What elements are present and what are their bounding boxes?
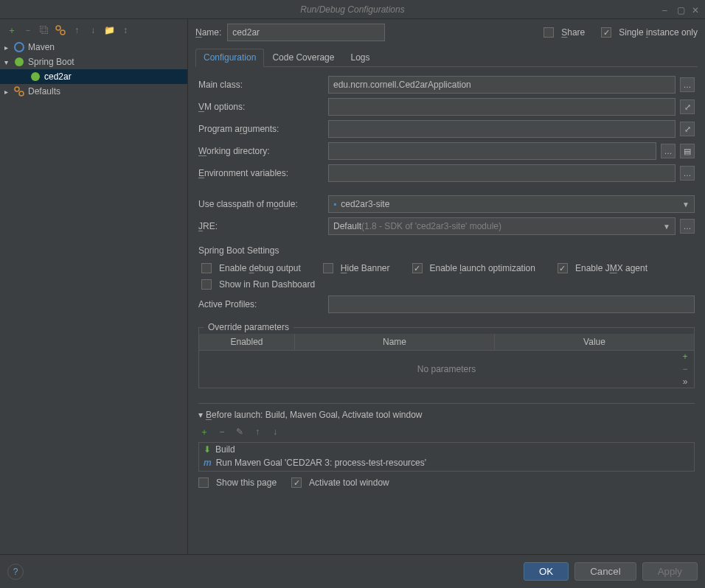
close-icon[interactable]: ✕ — [692, 5, 701, 14]
maven-icon — [13, 41, 25, 53]
active-profiles-input[interactable] — [328, 295, 695, 313]
tree-label: Spring Boot — [28, 57, 74, 67]
cancel-button[interactable]: Cancel — [574, 562, 636, 581]
tab-logs[interactable]: Logs — [342, 49, 378, 66]
remove-param-icon[interactable]: − — [676, 363, 694, 376]
hide-banner-checkbox[interactable]: Hide Banner — [323, 263, 390, 273]
folder-icon[interactable]: 📁 — [103, 24, 115, 36]
expand-icon: ▸ — [4, 43, 13, 52]
env-vars-label: Environment variables: — [198, 168, 324, 178]
jmx-checkbox[interactable]: Enable JMX agent — [558, 263, 647, 273]
expand-input-icon[interactable]: ⤢ — [680, 99, 695, 114]
chevron-down-icon: ▼ — [663, 223, 670, 231]
main-class-input[interactable] — [328, 76, 676, 94]
tree-item-ced2ar[interactable]: ced2ar — [0, 69, 187, 84]
single-instance-checkbox[interactable]: Single instance only — [601, 27, 698, 38]
working-dir-input[interactable] — [328, 142, 656, 160]
svg-point-6 — [19, 91, 24, 96]
browse-icon[interactable]: … — [661, 144, 676, 158]
program-args-label: Program arguments: — [198, 124, 324, 134]
config-tree: ＋ － ⿻ ↑ ↓ 📁 ↕ ▸ Maven ▾ Spring Boot — [0, 19, 188, 554]
maven-icon: m — [204, 458, 212, 468]
active-profiles-label: Active Profiles: — [198, 299, 324, 309]
move-down-icon[interactable]: ↓ — [87, 24, 99, 36]
col-name[interactable]: Name — [295, 334, 495, 350]
program-args-input[interactable] — [328, 120, 676, 138]
share-checkbox[interactable]: Share — [543, 27, 585, 38]
tree-label: Maven — [28, 42, 55, 52]
titlebar: Run/Debug Configurations – ▢ ✕ — [0, 0, 705, 19]
dashboard-checkbox[interactable]: Show in Run Dashboard — [201, 279, 315, 290]
activate-window-checkbox[interactable]: Activate tool window — [291, 477, 389, 488]
classpath-label: Use classpath of module: — [198, 199, 324, 209]
override-legend: Override parameters — [204, 321, 294, 334]
main-class-label: Main class: — [198, 80, 324, 90]
tree-item-springboot[interactable]: ▾ Spring Boot — [0, 55, 187, 69]
show-page-checkbox[interactable]: Show this page — [198, 477, 277, 488]
insert-macro-icon[interactable]: ▤ — [680, 144, 695, 158]
override-params-fieldset: Override parameters Enabled Name Value N… — [198, 321, 695, 388]
col-value[interactable]: Value — [495, 334, 694, 350]
before-launch-header[interactable]: ▾ Before launch: Build, Maven Goal, Acti… — [198, 410, 695, 420]
add-param-icon[interactable]: + — [676, 351, 694, 363]
window-title: Run/Debug Configurations — [300, 4, 404, 15]
list-item[interactable]: m Run Maven Goal 'CED2AR 3: process-test… — [199, 456, 694, 469]
remove-task-icon[interactable]: − — [216, 426, 228, 438]
move-up-icon[interactable]: ↑ — [251, 426, 263, 438]
save-config-icon[interactable] — [55, 24, 66, 36]
name-input[interactable] — [227, 24, 384, 41]
minimize-icon[interactable]: – — [662, 5, 671, 14]
env-vars-input[interactable] — [328, 164, 676, 182]
vm-options-input[interactable] — [328, 98, 676, 116]
svg-point-3 — [15, 57, 24, 66]
svg-point-1 — [60, 30, 65, 35]
help-icon[interactable]: ? — [7, 564, 24, 580]
empty-params-label: No parameters — [417, 364, 476, 374]
chevron-down-icon: ▼ — [682, 200, 690, 209]
browse-icon[interactable]: … — [680, 219, 695, 234]
build-icon: ⬇ — [204, 444, 211, 455]
copy-config-icon[interactable]: ⿻ — [38, 24, 50, 36]
svg-point-5 — [15, 87, 19, 91]
svg-point-0 — [56, 26, 60, 30]
working-dir-label: Working directory: — [198, 146, 324, 156]
collapse-icon: ▾ — [4, 58, 13, 66]
apply-button[interactable]: Apply — [642, 562, 698, 581]
add-config-icon[interactable]: ＋ — [6, 24, 18, 36]
expand-input-icon[interactable]: ⤢ — [680, 122, 695, 136]
filter-icon[interactable]: ↕ — [119, 24, 131, 36]
edit-task-icon[interactable]: ✎ — [234, 426, 246, 438]
debug-output-checkbox[interactable]: Enable debug output — [201, 263, 301, 273]
more-param-icon[interactable]: » — [676, 375, 694, 388]
jre-label: JRE: — [198, 221, 324, 231]
tab-code-coverage[interactable]: Code Coverage — [264, 49, 342, 66]
springboot-icon — [29, 71, 41, 83]
classpath-select[interactable]: ▪ ced2ar3-site ▼ — [328, 195, 695, 213]
browse-icon[interactable]: … — [680, 166, 695, 181]
svg-point-4 — [31, 72, 40, 81]
tree-item-defaults[interactable]: ▸ Defaults — [0, 84, 187, 99]
remove-config-icon[interactable]: － — [22, 24, 34, 36]
browse-icon[interactable]: … — [680, 77, 695, 92]
move-up-icon[interactable]: ↑ — [71, 24, 83, 36]
ok-button[interactable]: OK — [524, 562, 569, 581]
maximize-icon[interactable]: ▢ — [677, 5, 686, 14]
list-item[interactable]: ⬇ Build — [199, 443, 694, 456]
name-label: Name: — [195, 27, 221, 38]
springboot-icon — [13, 56, 25, 68]
tab-configuration[interactable]: Configuration — [195, 49, 264, 67]
tree-label: Defaults — [28, 86, 60, 97]
launch-opt-checkbox[interactable]: Enable launch optimization — [412, 263, 535, 273]
tree-item-maven[interactable]: ▸ Maven — [0, 40, 187, 55]
jre-select[interactable]: Default (1.8 - SDK of 'ced2ar3-site' mod… — [328, 217, 676, 235]
defaults-icon — [13, 85, 25, 97]
tabs: Configuration Code Coverage Logs — [195, 49, 698, 67]
col-enabled[interactable]: Enabled — [199, 334, 295, 350]
collapse-icon: ▾ — [198, 410, 203, 420]
before-launch-list[interactable]: ⬇ Build m Run Maven Goal 'CED2AR 3: proc… — [198, 442, 695, 472]
module-icon: ▪ — [333, 199, 336, 209]
spring-settings-label: Spring Boot Settings — [198, 245, 695, 256]
svg-point-2 — [15, 43, 24, 52]
move-down-icon[interactable]: ↓ — [269, 426, 281, 438]
add-task-icon[interactable]: ＋ — [198, 426, 210, 438]
